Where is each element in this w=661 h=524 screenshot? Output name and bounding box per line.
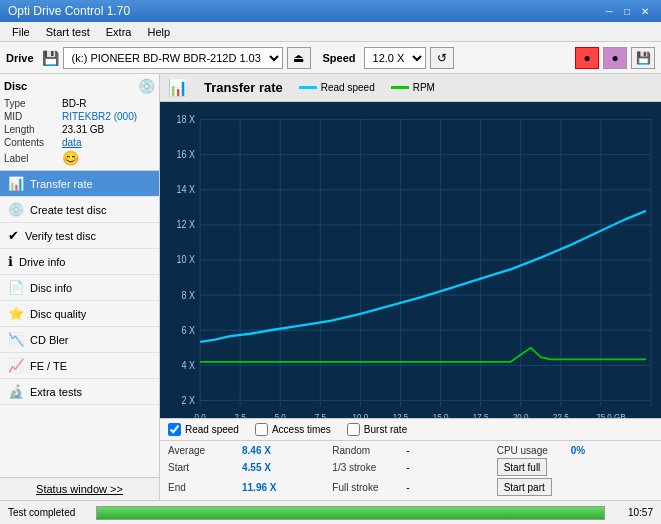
disc-contents-val[interactable]: data (62, 137, 81, 148)
nav-cd-bler[interactable]: 📉 CD Bler (0, 327, 159, 353)
svg-text:6 X: 6 X (182, 324, 196, 336)
disc-section-icon: 💿 (138, 78, 155, 94)
stat-full-stroke-val: - (406, 482, 446, 493)
speed-label: Speed (323, 52, 356, 64)
chart-title: Transfer rate (204, 80, 283, 95)
svg-text:25.0 GB: 25.0 GB (596, 412, 626, 418)
svg-text:0.0: 0.0 (195, 412, 206, 418)
extra-tests-icon: 🔬 (8, 384, 24, 399)
disc-label-icon[interactable]: 😊 (62, 150, 79, 166)
status-time: 10:57 (613, 507, 653, 518)
fe-te-icon: 📈 (8, 358, 24, 373)
disc-label-row: Label 😊 (4, 150, 155, 166)
svg-text:12 X: 12 X (177, 219, 196, 231)
disc-length-key: Length (4, 124, 62, 135)
svg-text:2 X: 2 X (182, 394, 196, 406)
nav-create-test-disc[interactable]: 💿 Create test disc (0, 197, 159, 223)
window-controls: ─ □ ✕ (601, 3, 653, 19)
save-button[interactable]: 💾 (631, 47, 655, 69)
read-speed-checkbox[interactable] (168, 423, 181, 436)
svg-text:14 X: 14 X (177, 184, 196, 196)
svg-text:15.0: 15.0 (433, 412, 449, 418)
menu-extra[interactable]: Extra (98, 24, 140, 40)
svg-text:20.0: 20.0 (513, 412, 529, 418)
maximize-button[interactable]: □ (619, 3, 635, 19)
stat-random-key: Random (332, 445, 402, 456)
access-times-checkbox[interactable] (255, 423, 268, 436)
stat-random: Random - (332, 445, 488, 456)
burst-rate-checkbox-label[interactable]: Burst rate (347, 423, 407, 436)
disc-mid-val: RITEKBR2 (000) (62, 111, 137, 122)
disc-type-key: Type (4, 98, 62, 109)
menu-bar: File Start test Extra Help (0, 22, 661, 42)
disc-label-key: Label (4, 153, 62, 164)
read-speed-checkbox-label[interactable]: Read speed (168, 423, 239, 436)
burst-rate-checkbox[interactable] (347, 423, 360, 436)
read-speed-checkbox-text: Read speed (185, 424, 239, 435)
stat-start-val: 4.55 X (242, 462, 282, 473)
minimize-button[interactable]: ─ (601, 3, 617, 19)
disc-header: Disc 💿 (4, 78, 155, 94)
verify-test-disc-icon: ✔ (8, 228, 19, 243)
purple-button[interactable]: ● (603, 47, 627, 69)
start-full-button[interactable]: Start full (497, 458, 548, 476)
nav-verify-test-disc-label: Verify test disc (25, 230, 96, 242)
disc-title: Disc (4, 80, 27, 92)
red-button[interactable]: ● (575, 47, 599, 69)
nav-fe-te[interactable]: 📈 FE / TE (0, 353, 159, 379)
start-part-button[interactable]: Start part (497, 478, 552, 496)
svg-text:12.5: 12.5 (393, 412, 409, 418)
speed-select[interactable]: 12.0 X (364, 47, 426, 69)
sidebar: Disc 💿 Type BD-R MID RITEKBR2 (000) Leng… (0, 74, 160, 500)
disc-length-val: 23.31 GB (62, 124, 104, 135)
nav-verify-test-disc[interactable]: ✔ Verify test disc (0, 223, 159, 249)
status-window-button[interactable]: Status window >> (0, 477, 159, 500)
chart-controls: Read speed Access times Burst rate (160, 418, 661, 440)
disc-contents-key: Contents (4, 137, 62, 148)
disc-mid-row: MID RITEKBR2 (000) (4, 111, 155, 122)
status-bar: Test completed 10:57 (0, 500, 661, 524)
svg-text:17.5: 17.5 (473, 412, 489, 418)
stat-average: Average 8.46 X (168, 445, 324, 456)
drive-label: Drive (6, 52, 34, 64)
stat-cpu-val: 0% (571, 445, 611, 456)
menu-file[interactable]: File (4, 24, 38, 40)
access-times-checkbox-label[interactable]: Access times (255, 423, 331, 436)
svg-text:18 X: 18 X (177, 113, 196, 125)
svg-text:10 X: 10 X (177, 254, 196, 266)
chart-svg: 18 X 16 X 14 X 12 X 10 X 8 X 6 X 4 X 2 X… (160, 102, 661, 418)
chart-container: 18 X 16 X 14 X 12 X 10 X 8 X 6 X 4 X 2 X… (160, 102, 661, 418)
menu-help[interactable]: Help (139, 24, 178, 40)
close-button[interactable]: ✕ (637, 3, 653, 19)
refresh-speed-button[interactable]: ↺ (430, 47, 454, 69)
stat-1-3-stroke-key: 1/3 stroke (332, 462, 402, 473)
menu-start-test[interactable]: Start test (38, 24, 98, 40)
nav-disc-info[interactable]: 📄 Disc info (0, 275, 159, 301)
nav-fe-te-label: FE / TE (30, 360, 67, 372)
legend-read-speed-label: Read speed (321, 82, 375, 93)
chart-header-icon: 📊 (168, 78, 188, 97)
stat-end-val: 11.96 X (242, 482, 282, 493)
nav-drive-info-label: Drive info (19, 256, 65, 268)
stat-cpu-key: CPU usage (497, 445, 567, 456)
title-bar: Opti Drive Control 1.70 ─ □ ✕ (0, 0, 661, 22)
toolbar: Drive 💾 (k:) PIONEER BD-RW BDR-212D 1.03… (0, 42, 661, 74)
nav-drive-info[interactable]: ℹ Drive info (0, 249, 159, 275)
disc-section: Disc 💿 Type BD-R MID RITEKBR2 (000) Leng… (0, 74, 159, 171)
eject-button[interactable]: ⏏ (287, 47, 311, 69)
stat-1-3-stroke: 1/3 stroke - (332, 458, 488, 476)
nav-disc-quality[interactable]: ⭐ Disc quality (0, 301, 159, 327)
stat-full-stroke: Full stroke - (332, 478, 488, 496)
nav-cd-bler-label: CD Bler (30, 334, 69, 346)
drive-select[interactable]: (k:) PIONEER BD-RW BDR-212D 1.03 (63, 47, 283, 69)
nav-extra-tests[interactable]: 🔬 Extra tests (0, 379, 159, 405)
chart-header: 📊 Transfer rate Read speed RPM (160, 74, 661, 102)
nav-transfer-rate[interactable]: 📊 Transfer rate (0, 171, 159, 197)
stat-1-3-stroke-val: - (406, 462, 446, 473)
legend-read-speed-color (299, 86, 317, 89)
cd-bler-icon: 📉 (8, 332, 24, 347)
stat-average-key: Average (168, 445, 238, 456)
disc-type-row: Type BD-R (4, 98, 155, 109)
chart-area: 📊 Transfer rate Read speed RPM (160, 74, 661, 500)
transfer-rate-icon: 📊 (8, 176, 24, 191)
